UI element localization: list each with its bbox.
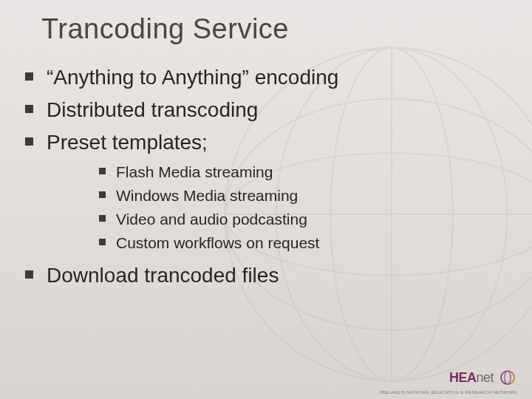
sub-bullet-item: Custom workflows on request xyxy=(99,232,510,254)
sub-bullet-item: Windows Media streaming xyxy=(99,185,510,207)
square-bullet-icon xyxy=(25,72,33,81)
globe-swirl-icon xyxy=(498,368,517,387)
square-bullet-icon xyxy=(25,270,33,279)
bullet-item: Download trancoded files xyxy=(25,262,510,290)
square-bullet-icon xyxy=(99,215,106,222)
sub-bullet-text: Flash Media streaming xyxy=(116,161,273,183)
bullet-text: Download trancoded files xyxy=(47,262,279,290)
bullet-item: “Anything to Anything” encoding xyxy=(25,64,510,92)
slide-title: Trancoding Service xyxy=(41,13,289,45)
sub-bullet-text: Windows Media streaming xyxy=(116,185,298,207)
logo-text: HEAnet xyxy=(449,370,494,386)
logo-suffix: net xyxy=(476,370,494,385)
logo-tagline: IRELAND'S NATIONAL EDUCATION & RESEARCH … xyxy=(380,390,517,395)
square-bullet-icon xyxy=(99,239,106,245)
sub-bullet-item: Flash Media streaming xyxy=(99,161,510,183)
heanet-logo: HEAnet xyxy=(449,368,517,387)
bullet-item: Preset templates; xyxy=(25,129,510,157)
sub-bullet-list: Flash Media streaming Windows Media stre… xyxy=(99,161,510,254)
svg-point-8 xyxy=(505,371,511,384)
sub-bullet-text: Custom workflows on request xyxy=(116,232,319,254)
square-bullet-icon xyxy=(25,105,33,113)
bullet-text: Preset templates; xyxy=(47,129,208,157)
logo-brand: HEA xyxy=(449,370,477,385)
square-bullet-icon xyxy=(99,168,106,174)
square-bullet-icon xyxy=(25,137,33,146)
bullet-text: Distributed transcoding xyxy=(47,96,258,124)
square-bullet-icon xyxy=(99,191,106,198)
bullet-text: “Anything to Anything” encoding xyxy=(47,64,338,92)
sub-bullet-item: Video and audio podcasting xyxy=(99,208,510,231)
bullet-item: Distributed transcoding xyxy=(25,96,510,124)
sub-bullet-text: Video and audio podcasting xyxy=(116,208,307,231)
slide-body: “Anything to Anything” encoding Distribu… xyxy=(25,64,510,294)
